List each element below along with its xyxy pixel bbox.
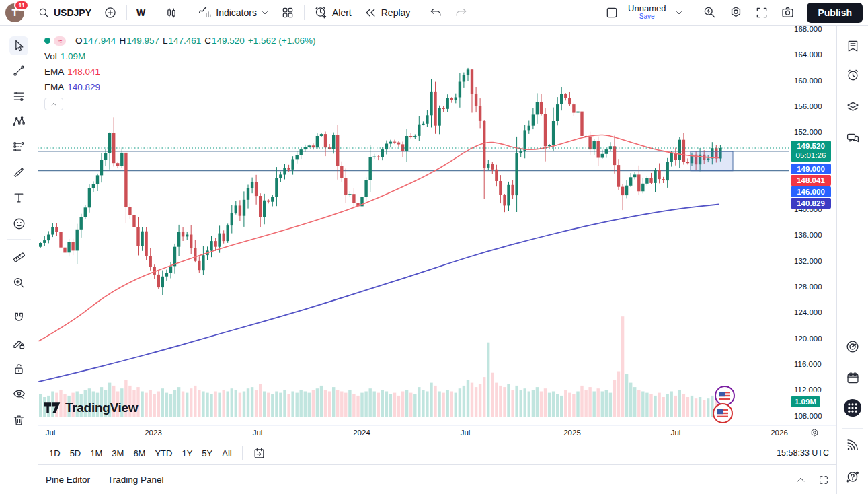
undo-button[interactable] [424,3,448,22]
compare-add-button[interactable] [98,3,122,22]
hide-drawings-button[interactable] [9,384,28,403]
interval-button[interactable]: W [131,5,151,21]
fullscreen-button[interactable] [750,3,774,22]
tradingview-watermark[interactable]: TradingView [44,400,138,415]
top-toolbar: T 11 USDJPY W Indicators Alert [0,0,868,26]
redo-icon [455,6,467,19]
time-axis-label: Jul [253,429,263,437]
object-tree-button[interactable] [843,97,862,116]
layout-menu-chevron[interactable] [670,6,688,20]
alert-button[interactable]: Alert [309,3,357,22]
gear-icon [729,5,743,20]
apps-grid-button[interactable] [843,398,862,417]
price-tick: 112.000 [794,386,822,394]
remove-drawings-button[interactable] [9,411,28,429]
help-button[interactable] [843,467,862,486]
snapshot-button[interactable] [775,3,800,22]
chart-canvas[interactable]: 168.000164.000160.000156.000152.000148.0… [38,26,837,425]
symbol-search-button[interactable]: USDJPY [32,4,97,22]
trading-panel-button[interactable]: Trading Panel [108,474,164,485]
indicators-button[interactable]: Indicators [192,3,274,22]
price-tick: 152.000 [794,128,822,136]
toolbar-separator [188,5,188,20]
zoom-in-tool-button[interactable] [9,273,28,292]
redo-button[interactable] [449,3,473,22]
toolbar-separator [242,446,243,460]
chat-button[interactable] [843,129,862,147]
price-axis-tag: 149.000 [791,164,831,174]
time-axis-label: Jul [46,429,56,437]
legend-ema1-row[interactable]: EMA 148.041 [44,64,315,79]
pine-editor-button[interactable]: Pine Editor [46,474,90,485]
search-icon [38,7,50,19]
drawing-mode-button[interactable] [9,334,28,353]
tradingview-app: { "toolbar": { "avatar_letter": "T", "ba… [0,0,868,494]
range-3m-button[interactable]: 3M [107,446,128,461]
prediction-tool-button[interactable] [9,137,28,156]
gauge-target-icon [845,339,860,354]
price-tick: 136.000 [794,231,822,239]
time-axis-label: 2025 [563,429,581,437]
price-tick: 124.000 [794,308,822,316]
layout-select-button[interactable] [600,3,624,22]
lock-drawings-button[interactable] [9,359,28,378]
publish-button[interactable]: Publish [807,3,863,23]
screener-button[interactable] [843,337,862,356]
user-avatar[interactable]: T 11 [5,3,24,22]
emoji-tool-button[interactable] [9,214,28,233]
go-to-date-button[interactable] [248,444,270,462]
legend-ema2-row[interactable]: EMA 140.829 [44,79,315,95]
chart-style-button[interactable] [159,3,184,22]
pattern-tool-button[interactable] [9,112,28,131]
price-axis-tag: 140.829 [791,198,831,209]
range-1y-button[interactable]: 1Y [177,446,197,461]
replay-button[interactable]: Replay [358,3,416,22]
bottom-panel: Pine Editor Trading Panel [38,464,837,494]
legend-main-row[interactable]: ≈ O147.944 H149.957 L147.461 C149.520 +1… [44,33,315,48]
panel-expand-chevron-icon[interactable] [795,474,806,485]
panel-maximize-icon[interactable] [818,474,829,485]
watchlist-button[interactable] [843,36,862,55]
quick-search-button[interactable] [697,3,722,22]
brush-tool-button[interactable] [9,163,28,182]
legend-volume-row[interactable]: Vol 1.09M [44,48,315,64]
layout-save-button[interactable]: Unnamed Save [625,3,668,22]
range-6m-button[interactable]: 6M [128,446,150,461]
ruler-icon [12,250,26,264]
time-axis[interactable]: Jul2023Jul2024Jul2025Jul2026 [38,425,837,442]
range-ytd-button[interactable]: YTD [150,446,177,461]
text-tool-button[interactable] [9,188,28,207]
settings-button[interactable] [723,3,748,22]
magnet-tool-button[interactable] [9,308,28,327]
measure-tool-button[interactable] [9,248,28,267]
fullscreen-icon [755,6,768,20]
price-axis[interactable]: 168.000164.000160.000156.000152.000148.0… [789,26,837,425]
range-all-button[interactable]: All [217,446,236,461]
calendar-button[interactable] [843,368,862,387]
fib-retracement-tool-button[interactable] [9,87,28,106]
range-5y-button[interactable]: 5Y [197,446,217,461]
us-flag-icon [717,407,729,419]
plus-circle-icon [104,6,117,20]
axis-settings-gear-icon[interactable] [810,428,820,438]
volume-label: Vol [44,51,57,61]
alerts-panel-button[interactable] [843,65,862,84]
trend-line-tool-button[interactable] [9,61,28,80]
symbol-name: USDJPY [54,7,91,18]
range-1d-button[interactable]: 1D [44,446,65,461]
range-5d-button[interactable]: 5D [65,446,86,461]
go-to-date-icon [253,447,266,460]
templates-button[interactable] [276,3,300,22]
range-1m-button[interactable]: 1M [85,446,107,461]
time-axis-label: Jul [461,429,471,437]
cursor-tool-button[interactable] [9,36,28,55]
legend-collapse-button[interactable] [44,98,63,110]
low-value: 147.461 [168,36,201,46]
economic-event-icon[interactable] [713,403,733,423]
xabcd-pattern-icon [12,114,26,128]
timezone-clock[interactable]: 15:58:33 UTC [777,448,830,458]
streams-button[interactable] [843,435,862,454]
price-tick: 164.000 [794,50,822,59]
toolbar-separator [304,5,305,20]
rail-divider [842,428,863,429]
